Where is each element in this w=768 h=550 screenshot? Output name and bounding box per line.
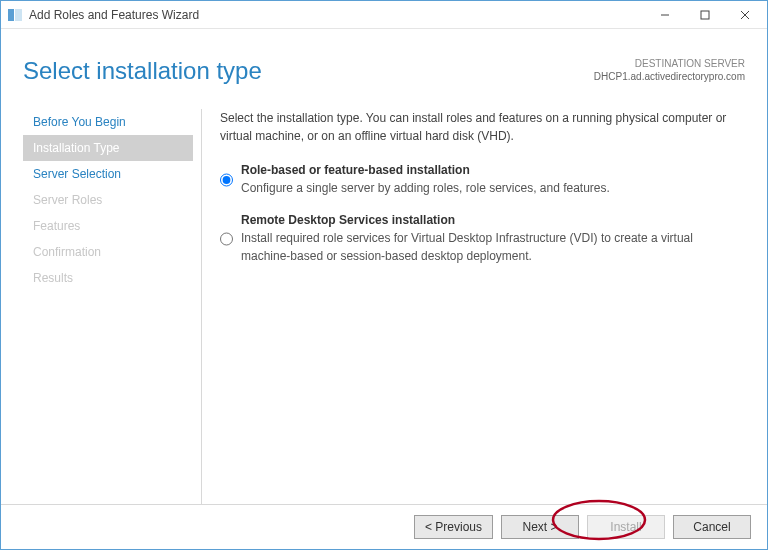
wizard-window: Add Roles and Features Wizard Select ins…	[0, 0, 768, 550]
next-button[interactable]: Next >	[501, 515, 579, 539]
sidebar: Before You Begin Installation Type Serve…	[23, 109, 193, 504]
content: Before You Begin Installation Type Serve…	[1, 85, 767, 504]
destination-server: DESTINATION SERVER DHCP1.ad.activedirect…	[594, 57, 745, 85]
install-button: Install	[587, 515, 665, 539]
radio-role-based[interactable]	[220, 163, 233, 197]
destination-label: DESTINATION SERVER	[594, 57, 745, 70]
titlebar: Add Roles and Features Wizard	[1, 1, 767, 29]
option-rds-title: Remote Desktop Services installation	[241, 213, 455, 227]
footer: < Previous Next > Install Cancel	[1, 504, 767, 549]
option-role-based[interactable]: Role-based or feature-based installation…	[220, 161, 745, 197]
svg-rect-1	[15, 9, 22, 21]
minimize-button[interactable]	[645, 2, 685, 28]
window-title: Add Roles and Features Wizard	[29, 8, 645, 22]
sidebar-item-server-selection[interactable]: Server Selection	[23, 161, 193, 187]
sidebar-item-before-you-begin[interactable]: Before You Begin	[23, 109, 193, 135]
sidebar-item-features: Features	[23, 213, 193, 239]
sidebar-item-confirmation: Confirmation	[23, 239, 193, 265]
svg-rect-0	[8, 9, 14, 21]
close-button[interactable]	[725, 2, 765, 28]
intro-text: Select the installation type. You can in…	[220, 109, 745, 145]
maximize-button[interactable]	[685, 2, 725, 28]
wizard-icon	[7, 7, 23, 23]
sidebar-item-results: Results	[23, 265, 193, 291]
vertical-separator	[201, 109, 202, 504]
option-rds-desc: Install required role services for Virtu…	[241, 231, 693, 263]
destination-value: DHCP1.ad.activedirectorypro.com	[594, 70, 745, 83]
svg-rect-3	[701, 11, 709, 19]
header: Select installation type DESTINATION SER…	[1, 29, 767, 85]
sidebar-item-server-roles: Server Roles	[23, 187, 193, 213]
option-rds[interactable]: Remote Desktop Services installation Ins…	[220, 211, 745, 265]
radio-rds[interactable]	[220, 213, 233, 265]
sidebar-item-installation-type[interactable]: Installation Type	[23, 135, 193, 161]
previous-button[interactable]: < Previous	[414, 515, 493, 539]
page-title: Select installation type	[23, 57, 594, 85]
window-controls	[645, 2, 765, 28]
cancel-button[interactable]: Cancel	[673, 515, 751, 539]
option-role-based-desc: Configure a single server by adding role…	[241, 181, 610, 195]
main-pane: Select the installation type. You can in…	[220, 109, 745, 504]
option-role-based-title: Role-based or feature-based installation	[241, 163, 470, 177]
